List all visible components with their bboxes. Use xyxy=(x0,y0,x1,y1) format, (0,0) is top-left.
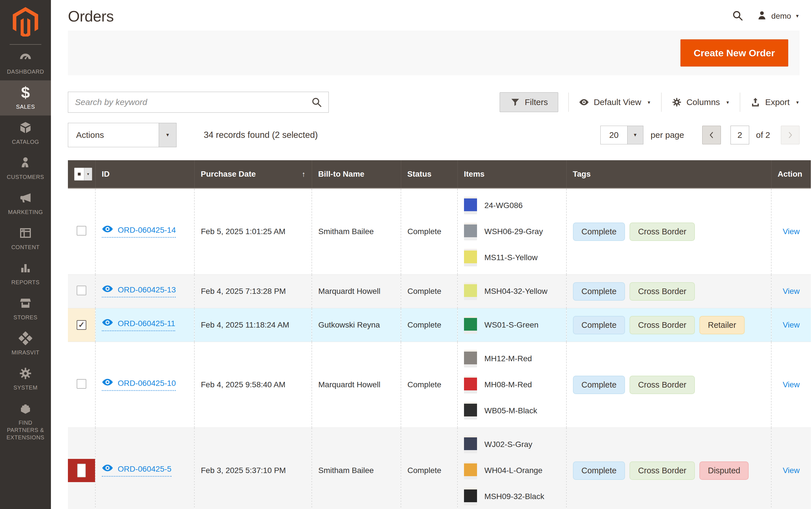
purchase-date-cell: Feb 5, 2025 1:01:25 AM xyxy=(194,189,312,275)
column-header-bill-to-name[interactable]: Bill-to Name xyxy=(312,160,401,189)
sidebar-item-catalog[interactable]: CATALOG xyxy=(0,115,51,150)
column-header-label: Purchase Date xyxy=(201,170,256,179)
eye-icon xyxy=(102,464,113,474)
current-page-input[interactable]: 2 xyxy=(731,126,749,144)
sidebar-item-extensions[interactable]: FIND PARTNERS & EXTENSIONS xyxy=(0,396,51,446)
filters-button[interactable]: Filters xyxy=(500,92,558,112)
eye-icon xyxy=(102,378,113,388)
order-id-link[interactable]: ORD-060425-11 xyxy=(102,319,175,331)
order-id-link[interactable]: ORD-060425-10 xyxy=(102,378,176,391)
page-title: Orders xyxy=(68,7,114,25)
actions-left: Actions ▼ 34 records found (2 selected) xyxy=(68,123,318,147)
column-header-label: Items xyxy=(464,170,485,179)
item-row: MH08-M-Red xyxy=(464,376,560,394)
order-id-link[interactable]: ORD-060425-5 xyxy=(102,464,172,477)
mirasvit-icon xyxy=(19,331,32,345)
action-cell: View xyxy=(771,308,811,342)
view-order-link[interactable]: View xyxy=(783,466,800,475)
sidebar-nav: DASHBOARD$SALESCATALOGCUSTOMERSMARKETING… xyxy=(0,45,51,446)
sidebar-item-content[interactable]: CONTENT xyxy=(0,221,51,256)
column-header-items[interactable]: Items xyxy=(457,160,566,189)
order-id-text: ORD-060425-14 xyxy=(118,226,176,235)
search-input[interactable] xyxy=(74,97,311,107)
product-thumbnail xyxy=(464,197,477,214)
sidebar-item-sales[interactable]: $SALES xyxy=(0,80,51,115)
sidebar-item-mirasvit[interactable]: MIRASVIT xyxy=(0,326,51,361)
records-count: 34 records found (2 selected) xyxy=(204,130,318,140)
item-sku: WB05-M-Black xyxy=(484,406,537,415)
default-view-button[interactable]: Default View ▼ xyxy=(579,97,651,107)
view-order-link[interactable]: View xyxy=(783,380,800,389)
sidebar-item-marketing[interactable]: MARKETING xyxy=(0,186,51,221)
status-cell: Complete xyxy=(401,342,457,428)
global-search-icon[interactable] xyxy=(732,10,743,23)
columns-button[interactable]: Columns ▼ xyxy=(672,97,730,107)
order-id-cell: ORD-060425-14 xyxy=(95,189,194,275)
product-thumbnail xyxy=(464,462,477,479)
sidebar-item-label: CUSTOMERS xyxy=(7,173,44,181)
sidebar-item-label: SALES xyxy=(16,103,35,110)
user-menu[interactable]: demo ▼ xyxy=(756,10,800,22)
row-checkbox[interactable] xyxy=(77,286,86,295)
purchase-date-cell: Feb 3, 2025 5:37:10 PM xyxy=(194,428,312,509)
actions-dropdown-label: Actions xyxy=(68,123,112,147)
export-button[interactable]: Export ▼ xyxy=(750,97,800,107)
grid-toolbar: Filters Default View ▼ Columns ▼ xyxy=(68,92,800,113)
tags-cell: CompleteCross Border xyxy=(566,189,771,275)
product-thumbnail xyxy=(464,402,477,419)
purchase-date-cell: Feb 4, 2025 11:18:24 AM xyxy=(194,308,312,342)
toolbar-controls: Filters Default View ▼ Columns ▼ xyxy=(500,92,800,112)
column-header-id[interactable]: ID xyxy=(95,160,194,189)
orders-table-body: ORD-060425-14Feb 5, 2025 1:01:25 AMSmith… xyxy=(68,189,811,509)
sidebar-item-system[interactable]: SYSTEM xyxy=(0,361,51,396)
item-row: MSH09-32-Black xyxy=(464,488,560,505)
eye-icon xyxy=(102,285,113,295)
actions-dropdown[interactable]: Actions ▼ xyxy=(68,123,177,147)
column-header-label: Bill-to Name xyxy=(318,170,364,179)
next-page-button[interactable] xyxy=(781,126,800,144)
row-checkbox[interactable]: ✓ xyxy=(77,320,86,330)
select-all-checkbox[interactable] xyxy=(74,168,84,180)
order-id-link[interactable]: ORD-060425-14 xyxy=(102,225,176,238)
column-header-tags[interactable]: Tags xyxy=(566,160,771,189)
column-header-status[interactable]: Status xyxy=(401,160,457,189)
flagged-row-checkbox[interactable] xyxy=(68,459,95,482)
items-cell: 24-WG086WSH06-29-GrayMS11-S-Yellow xyxy=(457,189,566,275)
column-header-label: Action xyxy=(778,170,802,179)
order-id-cell: ORD-060425-13 xyxy=(95,275,194,308)
sidebar-item-reports[interactable]: REPORTS xyxy=(0,256,51,291)
customers-icon xyxy=(19,156,32,170)
sidebar-item-stores[interactable]: STORES xyxy=(0,291,51,326)
view-order-link[interactable]: View xyxy=(783,227,800,236)
row-checkbox[interactable] xyxy=(77,379,86,389)
row-checkbox[interactable] xyxy=(77,226,86,236)
order-id-text: ORD-060425-10 xyxy=(118,379,176,388)
tags-wrap: CompleteCross Border xyxy=(573,223,765,241)
column-header-action[interactable]: Action xyxy=(771,160,811,189)
previous-page-button[interactable] xyxy=(702,126,721,144)
sidebar-item-customers[interactable]: CUSTOMERS xyxy=(0,150,51,186)
order-id-cell: ORD-060425-10 xyxy=(95,342,194,428)
tag-badge: Retailer xyxy=(699,316,745,334)
export-icon xyxy=(750,97,761,107)
item-sku: 24-WG086 xyxy=(484,201,523,210)
extensions-icon xyxy=(19,401,32,415)
order-id-link[interactable]: ORD-060425-13 xyxy=(102,285,176,298)
select-all-dropdown[interactable]: ▼ xyxy=(74,168,92,181)
item-sku: WH04-L-Orange xyxy=(484,466,542,475)
sales-icon: $ xyxy=(21,86,30,100)
sidebar-item-label: DASHBOARD xyxy=(7,68,44,75)
sidebar-item-label: FIND PARTNERS & EXTENSIONS xyxy=(3,419,48,441)
product-thumbnail xyxy=(464,282,477,300)
product-thumbnail xyxy=(464,316,477,334)
view-order-link[interactable]: View xyxy=(783,287,800,296)
search-submit-icon[interactable] xyxy=(311,97,322,108)
view-order-link[interactable]: View xyxy=(783,320,800,329)
magento-logo-icon[interactable] xyxy=(12,6,39,37)
per-page-dropdown[interactable]: 20 ▼ xyxy=(600,126,643,144)
catalog-icon xyxy=(19,121,32,135)
column-header-purchase-date[interactable]: Purchase Date↑ xyxy=(194,160,312,189)
bill-to-name-cell: Marquardt Howell xyxy=(312,275,401,308)
create-new-order-button[interactable]: Create New Order xyxy=(680,39,788,67)
sidebar-item-dashboard[interactable]: DASHBOARD xyxy=(0,45,51,80)
